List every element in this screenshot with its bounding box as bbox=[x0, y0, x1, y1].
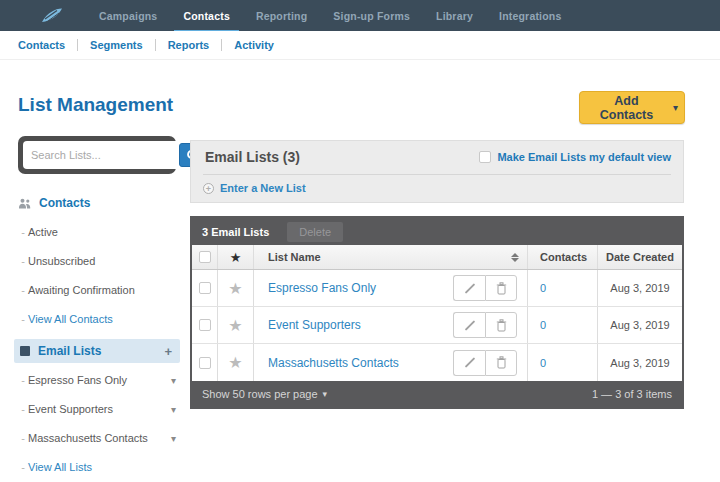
sidebar: Contacts - Active - Unsubscribed - Await… bbox=[14, 194, 180, 482]
table-row: ★ Event Supporters 0 Aug 3, 2019 bbox=[192, 307, 682, 344]
table-row: ★ Massachusetts Contacts 0 Aug 3, 2019 bbox=[192, 344, 682, 381]
enter-new-list-link[interactable]: + Enter a New List bbox=[203, 182, 306, 194]
edit-button[interactable] bbox=[453, 312, 485, 338]
table-header-row: ★ List Name Contacts Date Created bbox=[192, 245, 682, 270]
star-icon[interactable]: ★ bbox=[228, 279, 242, 298]
sub-nav: Contacts Segments Reports Activity bbox=[0, 31, 720, 60]
list-name-link[interactable]: Espresso Fans Only bbox=[268, 281, 376, 295]
table-footer: Show 50 rows per page ▾ 1 — 3 of 3 items bbox=[192, 381, 682, 407]
chevron-down-icon: ▾ bbox=[673, 103, 678, 113]
row-checkbox[interactable] bbox=[199, 282, 211, 294]
top-nav: Campaigns Contacts Reporting Sign-up For… bbox=[0, 0, 720, 31]
sidebar-view-all-lists[interactable]: - View All Lists bbox=[14, 458, 180, 476]
add-contacts-button[interactable]: Add Contacts ▾ bbox=[579, 91, 685, 124]
date-created-value: Aug 3, 2019 bbox=[610, 282, 669, 294]
divider bbox=[221, 39, 222, 51]
sidebar-item-event-supporters[interactable]: - Event Supporters ▾ bbox=[14, 400, 180, 418]
list-square-icon bbox=[20, 346, 30, 356]
sidebar-item-massachusetts-contacts[interactable]: - Massachusetts Contacts ▾ bbox=[14, 429, 180, 447]
chevron-down-icon: ▾ bbox=[323, 389, 328, 399]
row-checkbox[interactable] bbox=[199, 319, 211, 331]
dash-bullet: - bbox=[18, 403, 28, 415]
date-created-value: Aug 3, 2019 bbox=[610, 319, 669, 331]
contacts-count-link[interactable]: 0 bbox=[540, 282, 546, 294]
edit-button[interactable] bbox=[453, 275, 485, 301]
trash-icon bbox=[496, 356, 507, 369]
edit-button[interactable] bbox=[453, 350, 485, 376]
nav-contacts[interactable]: Contacts bbox=[170, 0, 243, 31]
dash-bullet: - bbox=[18, 461, 28, 473]
nav-campaigns[interactable]: Campaigns bbox=[86, 0, 170, 31]
delete-row-button[interactable] bbox=[485, 312, 517, 338]
delete-row-button[interactable] bbox=[485, 275, 517, 301]
subnav-reports[interactable]: Reports bbox=[168, 39, 210, 51]
subnav-contacts[interactable]: Contacts bbox=[18, 39, 65, 51]
chevron-down-icon[interactable]: ▾ bbox=[167, 373, 180, 388]
contacts-count-link[interactable]: 0 bbox=[540, 319, 546, 331]
row-actions bbox=[453, 350, 517, 376]
delete-button[interactable]: Delete bbox=[287, 222, 343, 242]
list-name-link[interactable]: Event Supporters bbox=[268, 318, 361, 332]
star-icon[interactable]: ★ bbox=[228, 353, 242, 372]
header-date-created: Date Created bbox=[606, 251, 674, 263]
subnav-activity[interactable]: Activity bbox=[234, 39, 274, 51]
contacts-count-link[interactable]: 0 bbox=[540, 357, 546, 369]
sidebar-email-lists-header[interactable]: Email Lists + bbox=[14, 339, 180, 363]
header-contacts: Contacts bbox=[540, 251, 587, 263]
sidebar-contacts-header[interactable]: Contacts bbox=[14, 194, 180, 212]
delete-row-button[interactable] bbox=[485, 350, 517, 376]
list-name-link[interactable]: Massachusetts Contacts bbox=[268, 356, 399, 370]
default-view-label[interactable]: Make Email Lists my default view bbox=[497, 151, 671, 163]
panel-title: Email Lists (3) bbox=[205, 149, 300, 165]
dash-bullet: - bbox=[18, 284, 28, 296]
sidebar-item-espresso-fans-only[interactable]: - Espresso Fans Only ▾ bbox=[14, 371, 180, 389]
search-lists-input[interactable] bbox=[25, 149, 179, 161]
row-actions bbox=[453, 312, 517, 338]
table-count-label: 3 Email Lists bbox=[202, 226, 269, 238]
dash-bullet: - bbox=[18, 432, 28, 444]
nav-signup-forms[interactable]: Sign-up Forms bbox=[320, 0, 423, 31]
default-view-option: Make Email Lists my default view bbox=[479, 151, 671, 163]
chevron-down-icon[interactable]: ▾ bbox=[167, 431, 180, 446]
table-row: ★ Espresso Fans Only 0 Aug 3, 2019 bbox=[192, 270, 682, 307]
pencil-icon bbox=[464, 357, 475, 368]
subnav-segments[interactable]: Segments bbox=[90, 39, 143, 51]
sidebar-email-lists-label: Email Lists bbox=[38, 344, 101, 358]
table-toolbar: 3 Email Lists Delete bbox=[192, 218, 682, 245]
date-created-value: Aug 3, 2019 bbox=[610, 357, 669, 369]
nav-library[interactable]: Library bbox=[423, 0, 486, 31]
divider bbox=[77, 39, 78, 51]
list-management-screen: Campaigns Contacts Reporting Sign-up For… bbox=[0, 0, 720, 482]
header-list-name: List Name bbox=[268, 251, 321, 263]
divider bbox=[155, 39, 156, 51]
dash-bullet: - bbox=[18, 226, 28, 238]
add-list-plus-icon[interactable]: + bbox=[164, 344, 172, 359]
sidebar-contacts-label: Contacts bbox=[39, 196, 90, 210]
contacts-group-icon bbox=[18, 198, 31, 209]
select-all-checkbox[interactable] bbox=[199, 251, 211, 263]
sidebar-view-all-contacts[interactable]: - View All Contacts bbox=[14, 310, 180, 328]
divider bbox=[203, 174, 671, 175]
star-icon[interactable]: ★ bbox=[228, 316, 242, 335]
brand-logo-icon[interactable] bbox=[40, 7, 64, 24]
row-checkbox[interactable] bbox=[199, 357, 211, 369]
dash-bullet: - bbox=[18, 255, 28, 267]
nav-reporting[interactable]: Reporting bbox=[243, 0, 320, 31]
row-actions bbox=[453, 275, 517, 301]
chevron-down-icon[interactable]: ▾ bbox=[167, 402, 180, 417]
nav-integrations[interactable]: Integrations bbox=[486, 0, 575, 31]
sidebar-item-active[interactable]: - Active bbox=[14, 223, 180, 241]
pencil-icon bbox=[464, 283, 475, 294]
sidebar-item-awaiting-confirmation[interactable]: - Awaiting Confirmation bbox=[14, 281, 180, 299]
sort-icon[interactable] bbox=[511, 253, 519, 262]
default-view-checkbox[interactable] bbox=[479, 151, 491, 163]
dash-bullet: - bbox=[18, 374, 28, 386]
rows-per-page-selector[interactable]: Show 50 rows per page ▾ bbox=[202, 388, 327, 400]
trash-icon bbox=[496, 282, 507, 295]
sidebar-item-unsubscribed[interactable]: - Unsubscribed bbox=[14, 252, 180, 270]
pagination-range: 1 — 3 of 3 items bbox=[592, 388, 672, 400]
dash-bullet: - bbox=[18, 313, 28, 325]
email-lists-table: 3 Email Lists Delete ★ List Name Contact… bbox=[190, 216, 684, 409]
star-header-icon[interactable]: ★ bbox=[230, 250, 242, 265]
page-title: List Management bbox=[18, 94, 173, 116]
